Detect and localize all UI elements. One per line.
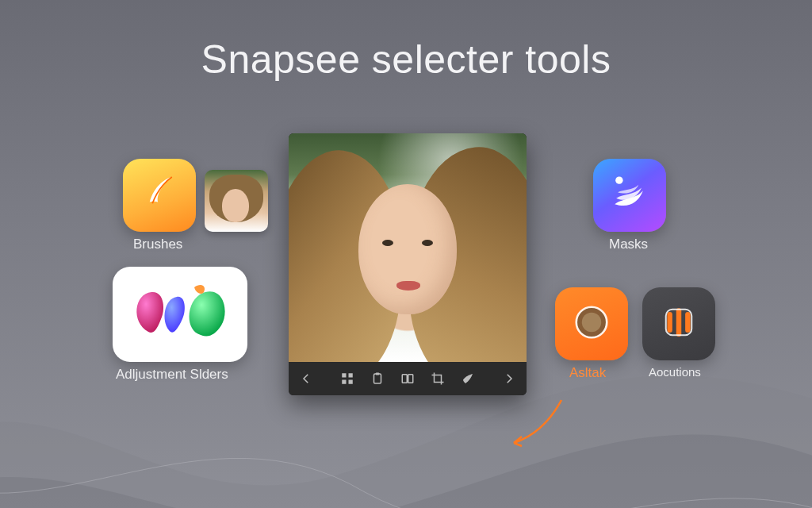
tool-brushes[interactable] [123, 159, 196, 232]
tool-aocutions-label: Aocutions [649, 365, 701, 379]
svg-rect-12 [676, 308, 682, 337]
svg-rect-13 [685, 312, 691, 333]
next-icon[interactable] [501, 371, 517, 387]
tool-asitak[interactable] [555, 287, 628, 360]
connector-arrow [504, 397, 568, 452]
grid-icon[interactable] [339, 371, 355, 387]
editor-toolbar [289, 362, 527, 395]
tool-asitak-label: Asltak [569, 365, 606, 381]
feather-icon [137, 171, 182, 219]
svg-rect-5 [376, 373, 380, 375]
swoosh-icon [606, 170, 653, 221]
sample-thumbnail[interactable] [205, 170, 268, 232]
blobs-icon [124, 275, 236, 354]
tool-adjustment-sliders[interactable] [113, 267, 247, 362]
editor-card [289, 133, 527, 395]
tool-masks-label: Masks [609, 237, 648, 252]
svg-rect-1 [349, 373, 353, 377]
svg-rect-3 [349, 380, 353, 384]
tool-brushes-label: Brushes [133, 237, 182, 252]
crop-icon[interactable] [430, 371, 446, 387]
ring-icon [569, 300, 614, 348]
svg-rect-2 [342, 380, 346, 384]
svg-rect-0 [342, 373, 346, 377]
tool-adjustment-label: Adljustment Slders [116, 367, 228, 383]
svg-rect-6 [402, 375, 407, 383]
editor-photo[interactable] [289, 133, 527, 362]
svg-rect-7 [408, 375, 413, 383]
svg-rect-4 [374, 374, 381, 383]
bars-icon [658, 302, 699, 346]
svg-rect-11 [667, 312, 672, 333]
tool-masks[interactable] [593, 159, 666, 232]
prev-icon[interactable] [298, 371, 314, 387]
paint-icon[interactable] [460, 371, 476, 387]
tool-aocutions[interactable] [642, 287, 715, 360]
svg-point-8 [615, 176, 622, 183]
page-title: Snapsee selecter tools [0, 37, 812, 83]
compare-icon[interactable] [400, 371, 416, 387]
clipboard-icon[interactable] [370, 371, 385, 387]
svg-point-10 [582, 313, 602, 333]
